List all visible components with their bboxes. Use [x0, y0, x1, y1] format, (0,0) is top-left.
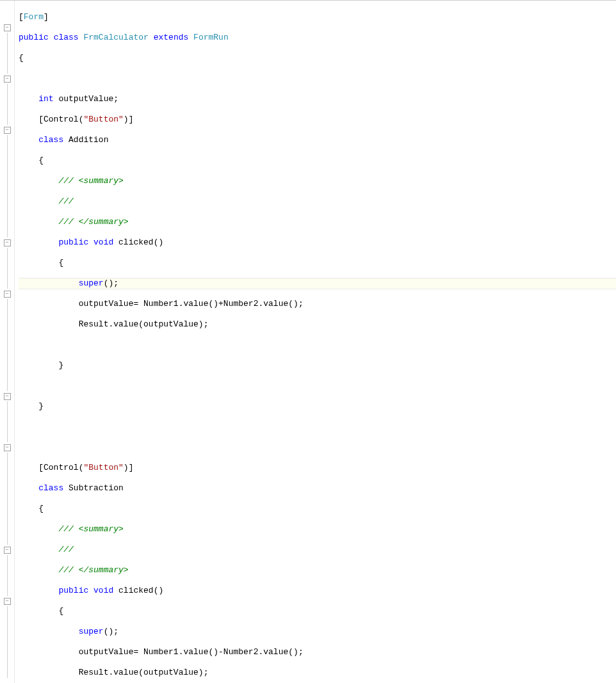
code-line[interactable]: ///	[19, 197, 616, 207]
code-line[interactable]: [Form]	[19, 12, 616, 22]
code-line[interactable]: super();	[19, 627, 616, 637]
code-editor[interactable]: − − − − − −	[0, 0, 616, 683]
fold-gutter: − − − − − −	[0, 1, 15, 683]
fold-icon[interactable]: −	[4, 127, 11, 134]
code-area[interactable]: [Form] public class FrmCalculator extend…	[15, 1, 616, 683]
code-line[interactable]: class Addition	[19, 135, 616, 145]
code-line[interactable]: /// <summary>	[19, 176, 616, 186]
code-line[interactable]	[19, 442, 616, 453]
code-line[interactable]: /// <summary>	[19, 524, 616, 534]
code-line[interactable]: [Control("Button")]	[19, 115, 616, 125]
code-line[interactable]: public class FrmCalculator extends FormR…	[19, 33, 616, 43]
code-line[interactable]: super();	[19, 278, 616, 289]
code-line[interactable]: ///	[19, 545, 616, 555]
code-line[interactable]: {	[19, 606, 616, 616]
code-line[interactable]: {	[19, 258, 616, 268]
code-line[interactable]: public void clicked()	[19, 237, 616, 248]
code-line[interactable]	[19, 340, 616, 350]
fold-icon[interactable]: −	[4, 444, 11, 451]
fold-icon[interactable]: −	[4, 291, 11, 298]
fold-icon[interactable]: −	[4, 547, 11, 554]
fold-icon[interactable]: −	[4, 393, 11, 400]
code-line[interactable]: {	[19, 53, 616, 63]
code-line[interactable]: Result.value(outputValue);	[19, 319, 616, 330]
fold-icon[interactable]: −	[4, 76, 11, 83]
code-line[interactable]: }	[19, 401, 616, 412]
code-line[interactable]: public void clicked()	[19, 586, 616, 596]
code-line[interactable]	[19, 74, 616, 84]
code-line[interactable]: /// </summary>	[19, 217, 616, 227]
code-line[interactable]: outputValue= Number1.value()+Number2.val…	[19, 299, 616, 309]
code-line[interactable]: {	[19, 156, 616, 166]
code-line[interactable]: class Subtraction	[19, 483, 616, 494]
fold-icon[interactable]: −	[4, 598, 11, 605]
code-line[interactable]: {	[19, 504, 616, 514]
code-line[interactable]: /// </summary>	[19, 565, 616, 575]
code-line[interactable]	[19, 422, 616, 432]
fold-icon[interactable]: −	[4, 239, 11, 246]
code-line[interactable]: [Control("Button")]	[19, 463, 616, 473]
code-line[interactable]	[19, 381, 616, 391]
fold-icon[interactable]: −	[4, 24, 11, 31]
code-line[interactable]: int outputValue;	[19, 94, 616, 104]
code-line[interactable]: }	[19, 360, 616, 371]
code-line[interactable]: Result.value(outputValue);	[19, 668, 616, 678]
code-line[interactable]: outputValue= Number1.value()-Number2.val…	[19, 647, 616, 657]
